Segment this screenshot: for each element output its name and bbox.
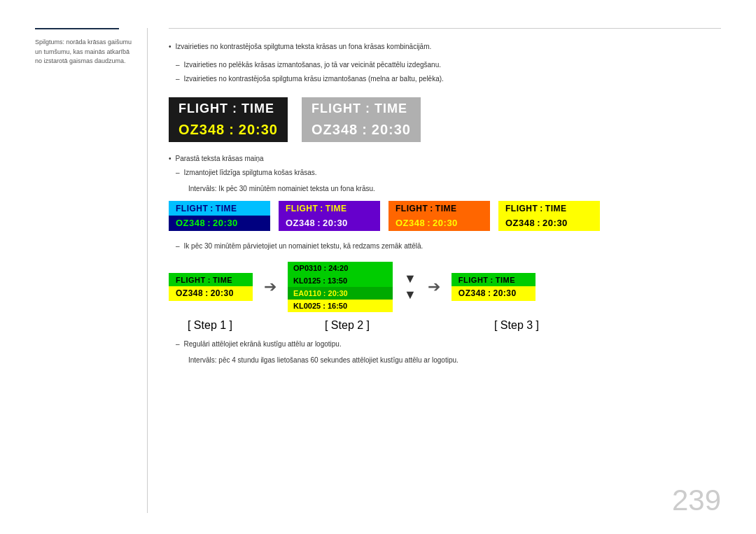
- steps-section: FLIGHT : TIME OZ348 : 20:30 ➔: [169, 262, 721, 332]
- fh-yellow-text: FLIGHT: [505, 204, 538, 213]
- fd-purple-time: 20:30: [323, 218, 348, 228]
- step1-data: OZ348 : 20:30: [169, 286, 253, 301]
- main-content: • Izvairieties no kontrastējoša spilgtum…: [147, 28, 721, 513]
- flight-boxes-row2: FLIGHT : TIME OZ348 : 20:30 FLIGHT : TIM…: [169, 201, 721, 231]
- flight-header-orange: FLIGHT : TIME: [388, 201, 490, 216]
- steps-row: FLIGHT : TIME OZ348 : 20:30 ➔: [169, 262, 721, 312]
- step3-header-time: TIME: [496, 276, 515, 284]
- step1-container: FLIGHT : TIME OZ348 : 20:30: [169, 273, 253, 301]
- fh-purple-time: TIME: [326, 204, 347, 213]
- flight-data-orange: OZ348 : 20:30: [388, 216, 490, 231]
- arrows-down: ▼ ▼: [404, 272, 416, 302]
- flight-data-grey: OZ348 : 20:30: [302, 119, 421, 142]
- flight-data-dark: OZ348 : 20:30: [169, 119, 288, 142]
- dash-icon-2: –: [176, 73, 180, 85]
- bullet-icon-2: •: [169, 153, 172, 164]
- top-rule: [169, 28, 721, 29]
- flight-number-grey: OZ348: [312, 122, 358, 138]
- dash-item-2: – Izvairieties no kontrastējoša spilgtum…: [169, 73, 721, 85]
- bullet-item-2: • Parastā teksta krāsas maiņa: [169, 153, 721, 164]
- step2-row3-text: EA0110 : 20:30: [293, 289, 348, 297]
- dash-text-6: Regulāri attēlojiet ekrānā kustīgu attēl…: [184, 339, 342, 350]
- flight-display-orange: FLIGHT : TIME OZ348 : 20:30: [388, 201, 490, 231]
- flight-display-yellow: FLIGHT : TIME OZ348 : 20:30: [498, 201, 600, 231]
- step2-container: OP0310 : 24:20 KL0125 : 13:50 EA0110 : 2…: [288, 262, 393, 312]
- step3-container: FLIGHT : TIME OZ348 : 20:30: [451, 273, 536, 301]
- fh-purple-text: FLIGHT: [286, 204, 318, 213]
- step1-data-num: OZ348: [176, 288, 203, 298]
- dash-text-1: Izvairieties no pelēkās krāsas izmantoša…: [184, 59, 441, 71]
- flight-number-dark: OZ348: [178, 122, 225, 138]
- fd-orange-time: 20:30: [433, 218, 458, 228]
- step2-row1: OP0310 : 24:20: [288, 262, 393, 274]
- flight-header-cyan: FLIGHT : TIME: [169, 201, 270, 216]
- bullet-icon-1: •: [169, 41, 172, 52]
- colon-grey-1: :: [365, 101, 370, 116]
- flight-display-dark: FLIGHT : TIME OZ348 : 20:30: [169, 97, 288, 142]
- step3-data: OZ348 : 20:30: [451, 286, 536, 301]
- flight-data-purple: OZ348 : 20:30: [279, 216, 380, 231]
- fd-yellow-colon: :: [537, 218, 540, 228]
- dash-text-2: Izvairieties no kontrastējoša spilgtuma …: [184, 73, 444, 85]
- step3-header-colon: :: [491, 276, 493, 284]
- step3-data-time: 20:30: [493, 288, 517, 298]
- step1-header: FLIGHT : TIME: [169, 273, 253, 286]
- colon-dark-2: :: [229, 122, 234, 138]
- left-sidebar: Spilgtums: norāda krāsas gaišumu un tumš…: [35, 28, 147, 513]
- fh-orange-time: TIME: [435, 204, 457, 213]
- step1-header-text: FLIGHT: [176, 276, 206, 284]
- dash-text-7: Intervāls: pēc 4 stundu ilgas lietošanas…: [188, 356, 458, 364]
- fd-purple-colon: :: [317, 218, 321, 228]
- dash-item-1: – Izvairieties no pelēkās krāsas izmanto…: [169, 59, 721, 71]
- dash-icon-3: –: [176, 167, 180, 178]
- dash-text-4: Intervāls: Ik pēc 30 minūtēm nomainiet t…: [188, 185, 375, 192]
- bullet-item-1: • Izvairieties no kontrastējoša spilgtum…: [169, 41, 721, 52]
- step3-header: FLIGHT : TIME: [451, 273, 536, 286]
- bottom-notes: – Regulāri attēlojiet ekrānā kustīgu att…: [169, 339, 721, 365]
- arrow-down-2: ▼: [404, 288, 416, 302]
- fd-cyan-num: OZ348: [176, 218, 205, 228]
- step3-label: [ Step 3 ]: [475, 319, 558, 332]
- arrow-right-1: ➔: [264, 278, 276, 296]
- flight-header-text-dark: FLIGHT: [178, 101, 228, 116]
- dash-icon-6: –: [176, 339, 180, 350]
- flight-displays-row1: FLIGHT : TIME OZ348 : 20:30 FLIGHT : TIM…: [169, 97, 721, 142]
- step2-row2: KL0125 : 13:50: [288, 274, 393, 287]
- time-header-text-dark: TIME: [241, 101, 274, 116]
- fd-yellow-time: 20:30: [542, 218, 568, 228]
- fd-purple-num: OZ348: [286, 218, 315, 228]
- step3-header-text: FLIGHT: [458, 276, 489, 284]
- step2-row4: KL0025 : 16:50: [288, 300, 393, 312]
- flight-display-grey: FLIGHT : TIME OZ348 : 20:30: [302, 97, 421, 142]
- step3-data-colon: :: [488, 288, 491, 298]
- bullet-text-2: Parastā teksta krāsas maiņa: [176, 153, 264, 164]
- step2-row3: EA0110 : 20:30: [288, 287, 393, 300]
- sidebar-text: Spilgtums: norāda krāsas gaišumu un tumš…: [35, 38, 133, 66]
- step-labels: [ Step 1 ] [ Step 2 ] [ Step 3 ]: [169, 319, 721, 332]
- step3-display: FLIGHT : TIME OZ348 : 20:30: [451, 273, 536, 301]
- fh-cyan-text: FLIGHT: [176, 204, 208, 213]
- step1-data-time: 20:30: [211, 288, 234, 298]
- dash-icon-1: –: [176, 59, 180, 71]
- fh-orange-text: FLIGHT: [396, 204, 428, 213]
- dash-text-5: Ik pēc 30 minūtēm pārvietojiet un nomain…: [184, 241, 424, 252]
- flight-time-dark: 20:30: [239, 122, 278, 138]
- flight-header-yellow: FLIGHT : TIME: [498, 201, 600, 216]
- step1-data-colon: :: [205, 288, 209, 298]
- fd-cyan-time: 20:30: [213, 218, 238, 228]
- dash-item-3: – Izmantojiet līdzīga spilgtuma košas kr…: [169, 167, 721, 178]
- dash-text-3: Izmantojiet līdzīga spilgtuma košas krās…: [184, 167, 317, 178]
- flight-display-cyan: FLIGHT : TIME OZ348 : 20:30: [169, 201, 270, 231]
- dash-item-5: – Ik pēc 30 minūtēm pārvietojiet un noma…: [169, 241, 721, 252]
- colon-dark-1: :: [232, 101, 237, 116]
- step2-display: OP0310 : 24:20 KL0125 : 13:50 EA0110 : 2…: [288, 262, 393, 312]
- step2-row4-text: KL0025 : 16:50: [293, 302, 347, 310]
- flight-data-yellow: OZ348 : 20:30: [498, 216, 600, 231]
- arrow-right-2: ➔: [428, 278, 440, 296]
- fh-orange-colon: :: [430, 204, 433, 213]
- bullet-text-1: Izvairieties no kontrastējoša spilgtuma …: [176, 41, 432, 52]
- flight-display-purple: FLIGHT : TIME OZ348 : 20:30: [279, 201, 380, 231]
- flight-header-purple: FLIGHT : TIME: [279, 201, 380, 216]
- flight-header-dark: FLIGHT : TIME: [169, 97, 288, 119]
- step1-label: [ Step 1 ]: [169, 319, 251, 332]
